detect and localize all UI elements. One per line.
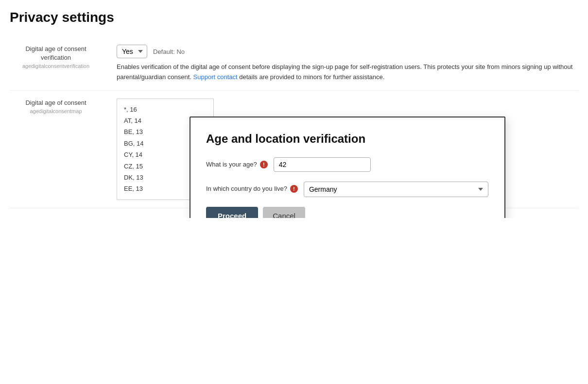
age-form-group: What is your age? ! xyxy=(206,157,489,172)
age-input[interactable] xyxy=(274,157,371,172)
setting-label-consentmap: Digital age of consent xyxy=(10,99,102,107)
setting-label-verification: Digital age of consent verification xyxy=(10,45,102,62)
setting-label-col-consentmap: Digital age of consent agedigitalconsent… xyxy=(10,99,107,114)
map-entry-0: *, 16 xyxy=(124,104,207,115)
page-title: Privacy settings xyxy=(10,10,578,25)
setting-key-consentmap: agedigitalconsentmap xyxy=(10,108,102,114)
country-select[interactable]: Germany United States United Kingdom Fra… xyxy=(304,182,488,197)
country-label-group: In which country do you live? ! xyxy=(206,182,298,193)
verification-default: Default: No xyxy=(153,48,185,55)
age-verification-modal: Age and location verification What is yo… xyxy=(190,117,505,218)
cancel-button[interactable]: Cancel xyxy=(263,207,305,218)
country-required-icon: ! xyxy=(290,185,298,193)
setting-row-verification: Digital age of consent verification aged… xyxy=(10,37,578,91)
modal-title: Age and location verification xyxy=(206,132,489,146)
country-label: In which country do you live? xyxy=(206,184,287,193)
setting-key-verification: agedigitalconsentverification xyxy=(10,63,102,69)
setting-control-col-verification: Yes No Default: No Enables verification … xyxy=(117,45,578,83)
button-row: Proceed Cancel xyxy=(206,207,489,218)
setting-label-col-verification: Digital age of consent verification aged… xyxy=(10,45,107,69)
verification-description: Enables verification of the digital age … xyxy=(117,62,578,83)
age-label-group: What is your age? ! xyxy=(206,157,268,169)
age-label: What is your age? xyxy=(206,160,257,169)
control-row-verification: Yes No Default: No xyxy=(117,45,578,58)
support-contact-link[interactable]: Support contact xyxy=(193,73,238,81)
proceed-button[interactable]: Proceed xyxy=(206,207,258,218)
age-required-icon: ! xyxy=(260,161,268,168)
country-form-group: In which country do you live? ! Germany … xyxy=(206,182,489,197)
verification-select[interactable]: Yes No xyxy=(117,45,147,58)
